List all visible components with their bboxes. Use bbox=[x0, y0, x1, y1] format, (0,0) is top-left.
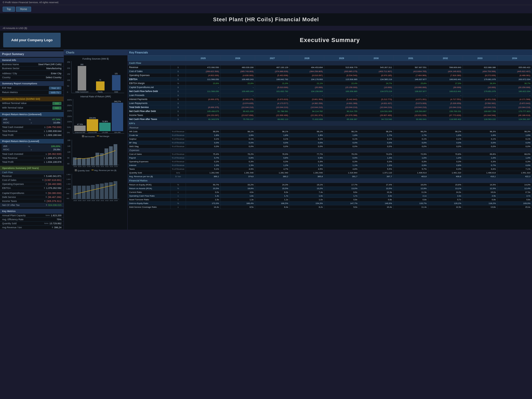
cell-7-3: - bbox=[290, 93, 324, 97]
ops-summary-header: Operations Summary (All Years) bbox=[0, 166, 64, 171]
total-cash-u-value: (186.750.000) bbox=[47, 126, 61, 128]
svg-rect-34 bbox=[77, 186, 81, 199]
key-financials-header: Key Financials bbox=[128, 50, 532, 56]
cell-10-0: (6.069.375) bbox=[186, 105, 221, 109]
svg-text:2025: 2025 bbox=[73, 200, 77, 201]
svg-rect-13 bbox=[109, 146, 113, 165]
cell-9-3: (4.382.256) bbox=[290, 101, 324, 105]
irr-u-unit: % bbox=[27, 118, 32, 121]
cell-13-8: 128.563.222 bbox=[463, 117, 497, 121]
table-row: Revenue$472.990.550480.039.206487.193.12… bbox=[128, 65, 532, 69]
cell-12-6: (32.631.026) bbox=[393, 113, 428, 117]
qty-sold-label: Quantity Sold bbox=[2, 222, 16, 225]
total-profit-u-value: 1.809.188.644 bbox=[46, 134, 61, 136]
opex-ops-value: (66.460.588) bbox=[48, 183, 61, 185]
irr-chart: Internal Rate of Return (IRR) 300% 250% … bbox=[64, 93, 127, 134]
cell-13-6: 93.962.641 bbox=[393, 117, 428, 121]
cell-6-5: 134.575.219 bbox=[359, 89, 393, 93]
col-2030: 2030 bbox=[359, 56, 393, 61]
moic-l-value: 29,06x bbox=[53, 148, 60, 151]
row-unit-13: $ bbox=[171, 117, 186, 121]
row-unit-9: $ bbox=[171, 101, 186, 105]
cell-2-2: (5.463.698) bbox=[255, 73, 290, 77]
cell-11-5: 124.531.009 bbox=[359, 109, 393, 113]
capex-ops-row: Capital Expenditures $ (50.380.000) bbox=[0, 191, 64, 195]
cell-10-6: (10.044.210) bbox=[393, 105, 428, 109]
ebitda-ops-unit: $ bbox=[44, 187, 45, 189]
cell-9-1: (3.974.835) bbox=[221, 101, 255, 105]
table-row: Operating Expenses$(4.602.000)(4.830.900… bbox=[128, 73, 532, 77]
with-tv-value: GO bbox=[52, 106, 61, 110]
cell-7-0: - bbox=[186, 93, 221, 97]
svg-text:400: 400 bbox=[66, 198, 69, 199]
cell-5-1: - bbox=[221, 85, 255, 89]
row-label-3: EBITDA bbox=[128, 77, 171, 81]
col-2031: 2031 bbox=[393, 56, 428, 61]
total-rev-l-value: 1.899.471.378 bbox=[46, 157, 61, 159]
cell-1-6: (413.804.705) bbox=[393, 69, 428, 73]
cell-11-0: 105.496.675 bbox=[186, 109, 221, 113]
country-label: Country bbox=[2, 76, 11, 79]
cell-7-2: - bbox=[255, 93, 290, 97]
ebitda-ops-value: 1.376.262.592 bbox=[46, 187, 61, 189]
svg-text:2034: 2034 bbox=[114, 200, 118, 201]
avg-rev-table-row: Avg. Revenue per ton ($)$ / ton369,1374,… bbox=[128, 175, 532, 178]
cell-5-7: (30.000) bbox=[428, 85, 463, 89]
rev-ops-value: 5.440.341.871 bbox=[46, 175, 61, 177]
business-name-value: Steel Plant (HR Coils) bbox=[38, 63, 61, 66]
total-rev-u-row: Total Revenue $ 1.995.938.644 bbox=[0, 129, 64, 133]
cell-7-4: - bbox=[324, 93, 359, 97]
moic-u-unit: x bbox=[29, 122, 34, 124]
cos-ops-label: Cost of Sales bbox=[2, 179, 16, 181]
qty-legend: Quantity Sold Avg. Revenue per ton ($) bbox=[66, 169, 125, 172]
svg-text:2029: 2029 bbox=[92, 200, 95, 201]
row-label-7: Loan Proceeds bbox=[128, 93, 171, 97]
ni-legend: Net Income Net Margin bbox=[66, 135, 125, 138]
cell-12-1: (23.627.896) bbox=[221, 113, 255, 117]
top-button[interactable]: Top bbox=[3, 7, 15, 12]
cell-12-4: (24.976.388) bbox=[324, 113, 359, 117]
moic-u-value: 10,69x bbox=[53, 121, 60, 124]
svg-rect-39 bbox=[100, 184, 104, 199]
logo-area[interactable]: Add your Company Logo bbox=[3, 33, 61, 47]
total-rev-l-unit: $ bbox=[44, 157, 45, 159]
return-metrics-row: Return Metrics With TV bbox=[0, 90, 64, 95]
page-title: Steel Plant (HR Coils) Financial Model bbox=[3, 16, 529, 23]
with-tv-row: With Terminal Value GO bbox=[0, 106, 64, 110]
avg-rev-label: Avg Revenue / ton bbox=[2, 226, 22, 229]
svg-text:2028: 2028 bbox=[87, 200, 91, 201]
tax-ops-row: Income Taxes $ (305.379.311) bbox=[0, 199, 64, 203]
ratio-row: Current Ratiox3,0x4,6x6,0x7,4x8,6x10,3x1… bbox=[128, 190, 532, 194]
cell-5-2: (5.010.000) bbox=[255, 85, 290, 89]
total-cash-l-unit: $ bbox=[46, 153, 47, 155]
total-profit-l-value: 1.834.108.878 bbox=[46, 161, 61, 163]
kpi-row: HR Coils% of Revenue98,0%98,1%98,1%98,1%… bbox=[128, 130, 532, 134]
cell-11-6: 126.593.667 bbox=[393, 109, 428, 113]
cell-1-7: (424.149.822) bbox=[428, 69, 463, 73]
svg-rect-42 bbox=[114, 181, 117, 199]
avg-rev-value: 396,24 bbox=[54, 226, 61, 229]
row-unit-0: $ bbox=[171, 65, 186, 69]
exit-year-label: Exit Year bbox=[2, 86, 12, 90]
nav-bar: Top Home bbox=[0, 5, 532, 13]
cell-0-2: 487.193.129 bbox=[255, 65, 290, 69]
irr-unlevered-row: IRR % 47,74% MOIC x 10,69x bbox=[2, 117, 62, 125]
ncf-ops-row: Net CF After Tax $ 924.036.015 bbox=[0, 203, 64, 207]
home-button[interactable]: Home bbox=[16, 7, 31, 12]
svg-text:160: 160 bbox=[67, 139, 70, 141]
debt-ops-row: Debt Service $ (96.467.266) bbox=[0, 195, 64, 199]
qty-bar-legend: Quantity Sold bbox=[77, 169, 89, 172]
svg-text:2033: 2033 bbox=[110, 200, 113, 201]
expenses-kpi-header: Expenses bbox=[128, 148, 532, 152]
total-rev-u-label: Total Revenue bbox=[2, 130, 18, 132]
col-2033: 2033 bbox=[463, 56, 497, 61]
irr-l-value: 105,03% bbox=[51, 145, 60, 148]
cell-6-1: 109.465.243 bbox=[221, 89, 255, 93]
cell-9-2: (4.173.577) bbox=[255, 101, 290, 105]
row-label-10: Total Debt Service bbox=[128, 105, 171, 109]
cell-3-8: 179.661.979 bbox=[463, 77, 497, 81]
ratio-row: Asset Turnover Ratiox1,5x1,3x1,1x1,0x0,9… bbox=[128, 198, 532, 202]
svg-text:2031: 2031 bbox=[101, 166, 104, 167]
qty-sold-row: Quantity Sold tons 13.729.862 bbox=[0, 222, 64, 226]
cell-5-6: (10.000.000) bbox=[393, 85, 428, 89]
